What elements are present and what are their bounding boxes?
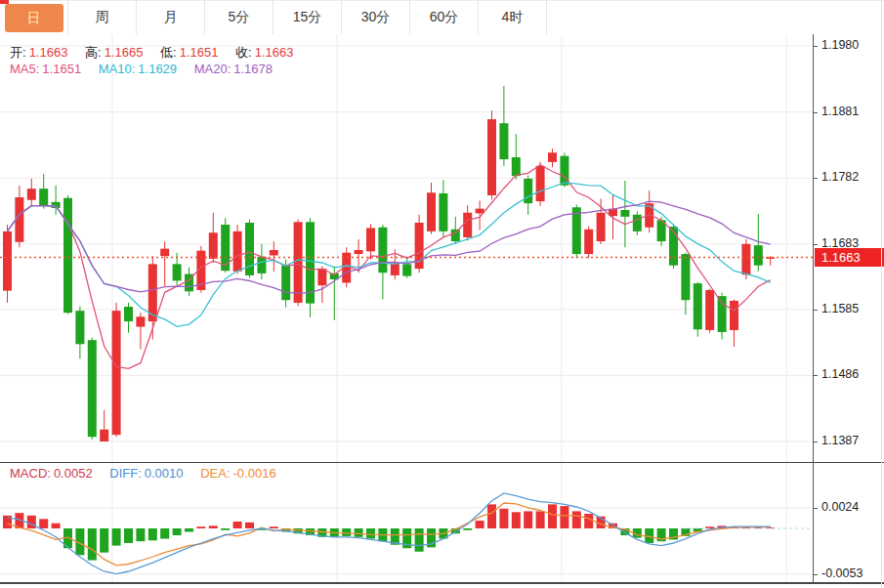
price-tick-1.1486-label: 1.1486 <box>821 367 859 381</box>
candle-body <box>112 311 121 435</box>
dea-value: -0.0016 <box>233 466 276 481</box>
candle-body <box>584 230 593 254</box>
candle-body <box>730 301 738 330</box>
price-tick-1.1980-label: 1.1980 <box>821 38 859 52</box>
tab-月[interactable]: 月 <box>137 1 205 34</box>
candle-body <box>548 152 557 162</box>
high-label: 高: <box>85 45 102 60</box>
macd-bar <box>52 524 61 528</box>
ohlc-legend: 开:1.1663 高:1.1665 低:1.1651 收:1.1663 <box>10 44 296 62</box>
candle-body <box>681 254 690 300</box>
candle-body <box>88 340 97 437</box>
candle-body <box>136 316 145 326</box>
price-tick-1.1782-tick <box>814 178 818 179</box>
tab-4时[interactable]: 4时 <box>479 1 547 34</box>
candle-body <box>463 213 472 237</box>
candlestick-chart <box>0 34 813 462</box>
price-tick-1.1683-label: 1.1683 <box>821 236 859 250</box>
macd-bar <box>524 511 532 528</box>
candle-body <box>233 231 242 272</box>
dea-line <box>8 503 771 566</box>
price-tick-1.1782-label: 1.1782 <box>821 170 859 184</box>
candle-body <box>270 250 278 255</box>
candle-body <box>366 228 375 251</box>
macd-bar <box>342 528 351 536</box>
candle-body <box>317 269 326 285</box>
macd-bar <box>196 526 205 528</box>
macd-tick-0.0024-label: 0.0024 <box>821 500 859 514</box>
tab-5分[interactable]: 5分 <box>205 1 274 34</box>
candle-body <box>402 264 411 275</box>
tab-label: 4时 <box>502 9 524 26</box>
tab-周[interactable]: 周 <box>68 1 137 34</box>
tab-60分[interactable]: 60分 <box>410 1 479 34</box>
period-tabbar: 日周月5分15分30分60分4时 <box>0 0 884 34</box>
tab-日[interactable]: 日 <box>0 1 68 34</box>
tab-30分[interactable]: 30分 <box>342 1 410 34</box>
candle-body <box>597 213 606 241</box>
candle-body <box>487 119 496 195</box>
tab-label: 30分 <box>361 9 391 26</box>
macd-bar <box>536 511 545 528</box>
candle-body <box>100 430 108 441</box>
ma5-line <box>8 165 771 369</box>
candle-body <box>160 249 169 257</box>
candle-body <box>427 192 436 231</box>
candle-body <box>281 266 290 301</box>
candle-body <box>633 215 642 231</box>
diff-label: DIFF: <box>109 466 142 481</box>
price-tick-1.1486-tick <box>814 375 818 376</box>
diff-line <box>8 493 771 574</box>
macd-bar <box>233 522 242 528</box>
candle-body <box>75 311 84 344</box>
tab-label: 月 <box>164 9 178 26</box>
low-value: 1.1651 <box>180 45 219 60</box>
diff-value: 0.0010 <box>145 466 184 481</box>
tab-15分[interactable]: 15分 <box>274 1 342 34</box>
macd-bar <box>476 521 484 528</box>
macd-bar <box>185 528 193 532</box>
tab-label: 周 <box>96 9 109 26</box>
macd-bar <box>100 528 108 553</box>
macd-label: MACD: <box>10 466 51 481</box>
candle-body <box>378 228 387 273</box>
macd-bar <box>560 506 568 528</box>
tab-label: 15分 <box>293 9 322 26</box>
macd-bar <box>487 504 496 528</box>
candle-body <box>718 296 727 332</box>
macd-bar <box>136 528 145 541</box>
macd-bar <box>415 528 424 552</box>
candle-body <box>451 230 460 241</box>
macd-bar <box>366 528 375 539</box>
macd-chart <box>0 463 813 583</box>
macd-tick-0.0024-tick <box>814 508 818 509</box>
price-tick-1.1881-label: 1.1881 <box>821 105 859 118</box>
panel-divider <box>0 462 884 463</box>
ma5-label: MA5: <box>10 62 39 76</box>
ma10-label: MA10: <box>99 62 136 76</box>
right-edge-border <box>881 0 882 588</box>
candle-body <box>620 210 629 217</box>
tab-label: 60分 <box>430 9 459 26</box>
close-value: 1.1663 <box>255 45 294 60</box>
macd-bar <box>245 523 254 528</box>
ma20-value: 1.1678 <box>233 62 273 76</box>
tab-label: 日 <box>5 4 63 32</box>
candle-body <box>124 307 133 321</box>
ma5-value: 1.1651 <box>42 62 81 76</box>
ma20-line <box>8 201 771 293</box>
price-tick-1.1683-tick <box>814 244 818 245</box>
trading-chart-app: 日周月5分15分30分60分4时 开:1.1663 高:1.1665 低:1.1… <box>0 0 884 588</box>
candle-body <box>694 283 702 329</box>
open-label: 开: <box>10 45 26 60</box>
macd-legend: MACD:0.0052 DIFF:0.0010 DEA:-0.0016 <box>10 466 279 481</box>
price-tick-1.1585-tick <box>814 310 818 311</box>
macd-bar <box>173 528 182 535</box>
price-tick-1.1387-tick <box>814 441 818 442</box>
macd-bar <box>499 509 508 528</box>
macd-bar <box>355 528 363 537</box>
price-axis: 1.1663 1.19801.18811.17821.16831.15851.1… <box>813 34 884 584</box>
macd-value: 0.0052 <box>54 466 93 481</box>
close-label: 收: <box>235 45 252 60</box>
price-tick-1.1585-label: 1.1585 <box>821 302 859 315</box>
